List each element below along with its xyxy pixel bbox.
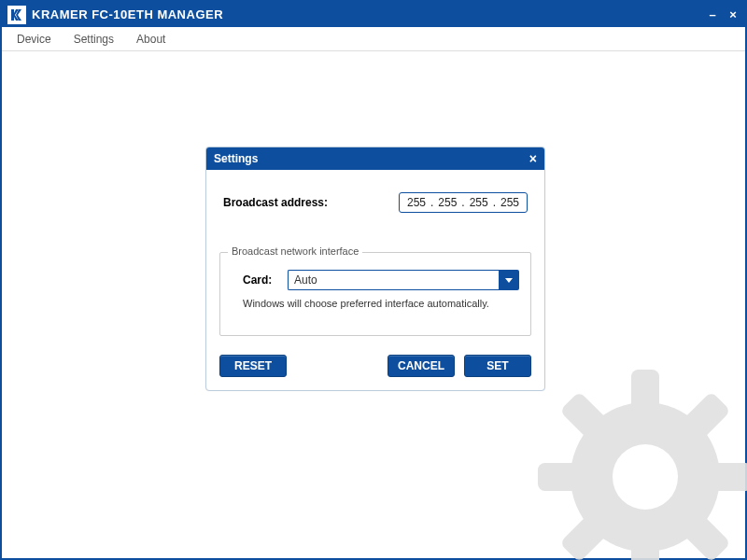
svg-rect-8 (711, 463, 747, 491)
ip-octet-4[interactable]: 255 (499, 196, 521, 209)
dialog-body: Broadcast address: 255 . 255 . 255 . 255… (206, 170, 544, 390)
broadcast-address-row: Broadcast address: 255 . 255 . 255 . 255 (223, 192, 528, 213)
svg-rect-5 (631, 370, 659, 412)
reset-button[interactable]: RESET (219, 355, 287, 377)
titlebar: KRAMER FC-10ETH MANAGER – × (2, 2, 745, 27)
main-window: KRAMER FC-10ETH MANAGER – × Device Setti… (0, 0, 747, 560)
ip-octet-3[interactable]: 255 (468, 196, 490, 209)
content-area: Settings × Broadcast address: 255 . 255 … (4, 53, 743, 556)
broadcast-address-input[interactable]: 255 . 255 . 255 . 255 (399, 192, 528, 213)
card-hint-text: Windows will choose preferred interface … (243, 298, 519, 309)
dialog-titlebar: Settings × (206, 147, 544, 170)
dialog-button-row: RESET CANCEL SET (219, 355, 531, 377)
cancel-button[interactable]: CANCEL (388, 355, 455, 377)
ip-octet-2[interactable]: 255 (436, 196, 458, 209)
svg-rect-7 (538, 463, 580, 491)
menu-settings[interactable]: Settings (74, 33, 114, 46)
menu-device[interactable]: Device (17, 33, 51, 46)
card-select[interactable]: Auto (288, 270, 519, 290)
broadcast-interface-fieldset: Broadcast network interface Card: Auto W… (219, 252, 531, 336)
menubar: Device Settings About (2, 27, 745, 51)
card-row: Card: Auto (243, 270, 519, 290)
broadcast-address-label: Broadcast address: (223, 196, 399, 209)
minimize-button[interactable]: – (706, 7, 719, 21)
fieldset-legend: Broadcast network interface (228, 245, 362, 257)
set-button[interactable]: SET (464, 355, 531, 377)
dialog-close-icon[interactable]: × (529, 152, 537, 165)
app-title: KRAMER FC-10ETH MANAGER (32, 7, 706, 21)
chevron-down-icon[interactable] (499, 270, 519, 290)
card-select-value[interactable]: Auto (288, 270, 499, 290)
svg-marker-14 (505, 278, 513, 283)
menu-about[interactable]: About (136, 33, 165, 46)
settings-dialog: Settings × Broadcast address: 255 . 255 … (205, 147, 545, 391)
close-button[interactable]: × (726, 7, 740, 21)
card-label: Card: (243, 273, 284, 287)
svg-point-13 (613, 444, 678, 510)
background-gear-icon (529, 360, 747, 560)
dialog-title: Settings (214, 152, 529, 165)
svg-rect-6 (631, 542, 659, 560)
app-logo-icon (7, 6, 26, 24)
ip-octet-1[interactable]: 255 (405, 196, 428, 209)
